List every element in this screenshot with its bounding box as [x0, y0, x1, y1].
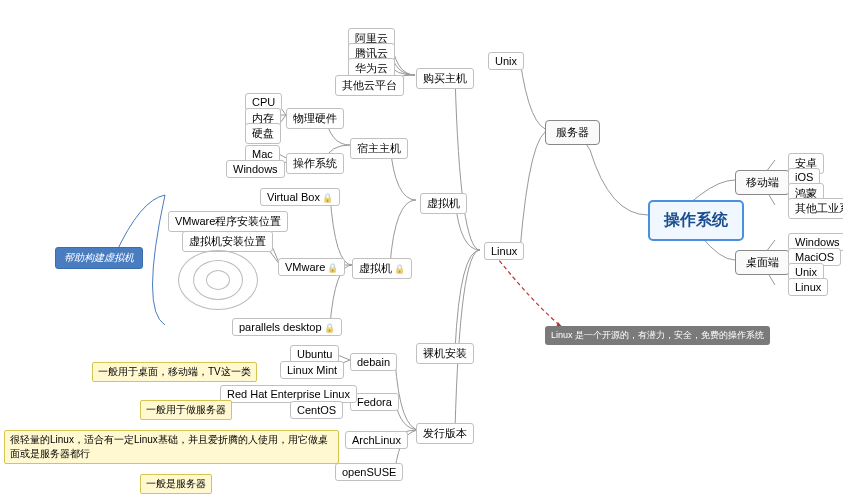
node-hw[interactable]: 物理硬件: [286, 108, 344, 129]
node-othercloud[interactable]: 其他云平台: [335, 75, 404, 96]
node-buyhost[interactable]: 购买主机: [416, 68, 474, 89]
node-otherindustrial[interactable]: 其他工业系统: [788, 198, 843, 219]
node-vbox[interactable]: Virtual Box: [260, 188, 340, 206]
node-host[interactable]: 宿主主机: [350, 138, 408, 159]
node-vminst[interactable]: VMware程序安装位置: [168, 211, 288, 232]
node-desktop[interactable]: 桌面端: [735, 250, 790, 275]
node-unix[interactable]: Unix: [488, 52, 524, 70]
node-mobile[interactable]: 移动端: [735, 170, 790, 195]
vm-diagram-inner: [206, 270, 230, 290]
node-dist[interactable]: 发行版本: [416, 423, 474, 444]
node-server[interactable]: 服务器: [545, 120, 600, 145]
node-mint[interactable]: Linux Mint: [280, 361, 344, 379]
node-arch[interactable]: ArchLinux: [345, 431, 408, 449]
node-centos[interactable]: CentOS: [290, 401, 343, 419]
node-debian[interactable]: debain: [350, 353, 397, 371]
note-arch: 很轻量的Linux，适合有一定Linux基础，并且爱折腾的人使用，用它做桌面或是…: [4, 430, 339, 464]
callout-vm: 帮助构建虚拟机: [55, 247, 143, 269]
node-disk[interactable]: 硬盘: [245, 123, 281, 144]
node-os[interactable]: 操作系统: [286, 153, 344, 174]
node-vm2[interactable]: 虚拟机: [352, 258, 412, 279]
node-suse[interactable]: openSUSE: [335, 463, 403, 481]
note-fedora: 一般用于做服务器: [140, 400, 232, 420]
node-d-linux[interactable]: Linux: [788, 278, 828, 296]
annotation-linux: Linux 是一个开源的，有潜力，安全，免费的操作系统: [545, 326, 770, 345]
note-suse: 一般是服务器: [140, 474, 212, 494]
node-linux[interactable]: Linux: [484, 242, 524, 260]
node-bare[interactable]: 裸机安装: [416, 343, 474, 364]
node-vm[interactable]: 虚拟机: [420, 193, 467, 214]
root-node[interactable]: 操作系统: [648, 200, 744, 241]
node-fedora[interactable]: Fedora: [350, 393, 399, 411]
node-vmloc[interactable]: 虚拟机安装位置: [182, 231, 273, 252]
node-pd[interactable]: parallels desktop: [232, 318, 342, 336]
node-vmware[interactable]: VMware: [278, 258, 345, 276]
node-win[interactable]: Windows: [226, 160, 285, 178]
note-debian: 一般用于桌面，移动端，TV这一类: [92, 362, 257, 382]
